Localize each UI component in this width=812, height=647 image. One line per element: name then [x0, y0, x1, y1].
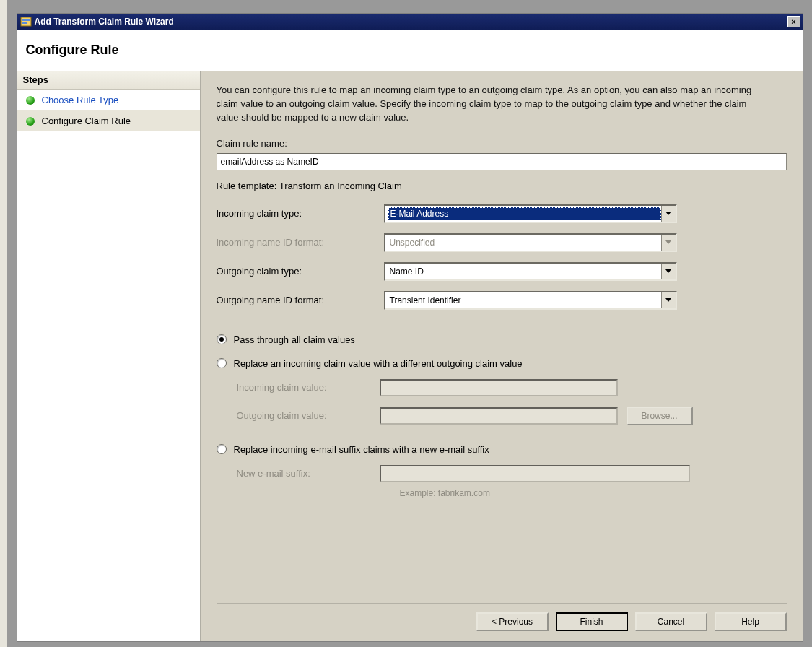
chevron-down-icon: [661, 292, 676, 308]
outgoing-claim-type-label: Outgoing claim type:: [217, 266, 384, 277]
step-bullet-icon: [26, 117, 35, 126]
main-panel: You can configure this rule to map an in…: [201, 71, 803, 641]
step-label: Configure Claim Rule: [42, 116, 131, 126]
chevron-down-icon: [661, 264, 676, 279]
step-configure-claim-rule[interactable]: Configure Claim Rule: [17, 110, 200, 131]
wizard-window: Add Transform Claim Rule Wizard × Config…: [17, 13, 803, 642]
dropdown-value: Unspecified: [388, 237, 661, 248]
help-button[interactable]: Help: [715, 612, 787, 631]
incoming-nameid-format-dropdown: Unspecified: [384, 233, 677, 252]
radio-label: Replace an incoming claim value with a d…: [234, 358, 523, 369]
rule-template-label: Rule template: Transform an Incoming Cla…: [217, 181, 787, 191]
incoming-claim-type-dropdown[interactable]: E-Mail Address: [384, 204, 677, 223]
claim-rule-name-label: Claim rule name:: [217, 138, 787, 149]
radio-replace-value[interactable]: Replace an incoming claim value with a d…: [217, 358, 787, 369]
example-hint: Example: fabrikam.com: [400, 488, 787, 498]
step-label: Choose Rule Type: [42, 95, 119, 105]
outgoing-nameid-format-label: Outgoing name ID format:: [217, 295, 384, 305]
step-bullet-icon: [26, 96, 35, 105]
incoming-claim-value-label: Incoming claim value:: [237, 382, 380, 393]
new-email-suffix-label: New e-mail suffix:: [237, 468, 380, 479]
steps-sidebar: Steps Choose Rule Type Configure Claim R…: [17, 71, 201, 641]
radio-label: Pass through all claim values: [234, 334, 355, 345]
radio-label: Replace incoming e-mail suffix claims wi…: [234, 444, 489, 455]
outgoing-nameid-format-dropdown[interactable]: Transient Identifier: [384, 291, 677, 310]
page-title: Configure Rule: [26, 43, 788, 58]
content: Steps Choose Rule Type Configure Claim R…: [17, 71, 803, 641]
dropdown-value: E-Mail Address: [388, 207, 661, 220]
dropdown-value: Transient Identifier: [388, 295, 661, 306]
cancel-button[interactable]: Cancel: [635, 612, 707, 631]
incoming-claim-type-label: Incoming claim type:: [217, 208, 384, 219]
chevron-down-icon: [661, 206, 676, 222]
page-header: Configure Rule: [17, 30, 803, 71]
incoming-claim-value-input: [380, 379, 618, 396]
chevron-down-icon: [661, 235, 676, 251]
background-strip: [0, 0, 7, 642]
titlebar: Add Transform Claim Rule Wizard ×: [17, 14, 803, 30]
svg-rect-2: [22, 22, 27, 24]
incoming-nameid-format-label: Incoming name ID format:: [217, 237, 384, 248]
outgoing-claim-type-dropdown[interactable]: Name ID: [384, 262, 677, 281]
svg-rect-0: [21, 17, 31, 26]
close-button[interactable]: ×: [787, 16, 800, 27]
outgoing-claim-value-input: [380, 407, 618, 425]
steps-header: Steps: [17, 71, 200, 90]
dropdown-value: Name ID: [388, 266, 661, 277]
step-choose-rule-type[interactable]: Choose Rule Type: [17, 90, 200, 110]
finish-button[interactable]: Finish: [556, 612, 628, 631]
radio-replace-suffix[interactable]: Replace incoming e-mail suffix claims wi…: [217, 444, 787, 455]
new-email-suffix-input: [380, 465, 690, 482]
svg-rect-1: [22, 19, 30, 21]
previous-button[interactable]: < Previous: [476, 612, 549, 631]
radio-pass-through[interactable]: Pass through all claim values: [217, 334, 787, 345]
app-icon: [20, 16, 32, 27]
button-bar: < Previous Finish Cancel Help: [217, 603, 787, 631]
window-title: Add Transform Claim Rule Wizard: [35, 17, 787, 27]
claim-rule-name-input[interactable]: [217, 153, 787, 170]
radio-icon: [217, 334, 227, 344]
radio-icon: [217, 358, 227, 368]
radio-icon: [217, 444, 227, 454]
browse-button: Browse...: [627, 407, 693, 425]
outgoing-claim-value-label: Outgoing claim value:: [237, 410, 380, 421]
description-text: You can configure this rule to map an in…: [217, 84, 765, 125]
